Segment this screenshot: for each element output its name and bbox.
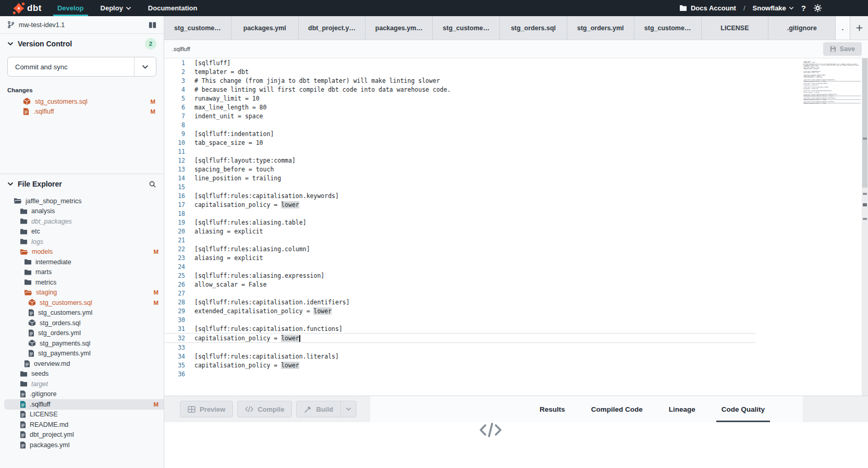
version-control-header[interactable]: Version Control 2 <box>0 34 164 54</box>
bottom-tab-results[interactable]: Results <box>534 396 570 422</box>
file-tree-item-metrics[interactable]: metrics <box>0 277 164 288</box>
code-line[interactable]: 22[sqlfluff:rules:aliasing.column] <box>164 244 803 253</box>
help-icon[interactable]: ? <box>801 4 806 13</box>
code-line[interactable]: 28[sqlfluff:rules:capitalisation.identif… <box>164 298 803 306</box>
file-tree-item-packages-yml[interactable]: packages.yml <box>0 440 164 450</box>
minimap[interactable]: [sqlfluff]templater = dbt# This change (… <box>803 61 861 105</box>
bottom-tab-code-quality[interactable]: Code Quality <box>716 396 770 422</box>
git-branch-row[interactable]: mw-test-idev1.1 <box>0 16 164 34</box>
build-button[interactable]: Build <box>296 401 357 417</box>
file-explorer-header[interactable]: File Explorer <box>0 174 164 194</box>
code-line[interactable]: 19[sqlfluff:rules:aliasing.table] <box>164 218 803 227</box>
code-line[interactable]: 10tab_space_size = 10 <box>164 138 803 147</box>
connection-menu[interactable]: Snowflake <box>753 4 794 12</box>
nav-item-documentation[interactable]: Documentation <box>140 0 206 16</box>
file-tree-item-logs[interactable]: logs <box>0 237 164 247</box>
editor-tab[interactable]: LICENSE <box>702 16 769 40</box>
code-line[interactable]: 13spacing_before = touch <box>164 165 803 174</box>
code-line[interactable]: 11 <box>164 147 803 156</box>
code-line[interactable]: 36 <box>164 370 803 378</box>
code-line[interactable]: 4# because linting will first compile db… <box>164 85 803 94</box>
file-tree-item-seeds[interactable]: seeds <box>0 369 164 379</box>
file-tree-item-analysis[interactable]: analysis <box>0 206 164 217</box>
search-icon[interactable] <box>149 180 156 188</box>
code-line[interactable]: 14line_position = trailing <box>164 174 803 182</box>
bottom-tab-lineage[interactable]: Lineage <box>664 396 701 422</box>
file-tree-item--sqlfluff[interactable]: .sqlfluffM <box>4 399 164 410</box>
file-tree-item-overview-md[interactable]: overview.md <box>0 359 164 369</box>
code-editor[interactable]: 1[sqlfluff]2templater = dbt3# This chang… <box>164 58 868 396</box>
code-line[interactable]: 23aliasing = explicit <box>164 253 803 262</box>
compile-button[interactable]: Compile <box>237 401 292 417</box>
code-line[interactable]: 8 <box>164 120 803 129</box>
code-line[interactable]: 12[sqlfluff:layout:type:comma] <box>164 156 803 165</box>
file-tree-item-intermediate[interactable]: intermediate <box>0 257 164 267</box>
code-line[interactable]: 30 <box>164 315 803 324</box>
new-tab-button[interactable] <box>850 16 868 40</box>
code-line[interactable]: 9[sqlfluff:indentation] <box>164 129 803 138</box>
file-tree-item-target[interactable]: target <box>0 379 164 389</box>
code-line[interactable]: 20aliasing = explicit <box>164 227 803 236</box>
file-tree-item-marts[interactable]: marts <box>0 267 164 278</box>
file-tree-item-stg-customers-yml[interactable]: stg_customers.yml <box>0 308 164 318</box>
file-tree-item-etc[interactable]: etc <box>0 227 164 237</box>
code-line[interactable]: 27 <box>164 289 803 298</box>
gear-icon[interactable] <box>813 4 822 13</box>
account-menu[interactable]: Docs Account <box>679 4 736 12</box>
code-line[interactable]: 25[sqlfluff:rules:aliasing.expression] <box>164 271 803 280</box>
editor-tab[interactable]: .gitignore <box>768 16 836 40</box>
code-line[interactable]: 33 <box>164 343 803 352</box>
commit-and-sync-button[interactable]: Commit and sync <box>7 57 156 77</box>
scrollbar-thumb[interactable] <box>862 58 867 188</box>
changed-file-row[interactable]: stg_customers.sqlM <box>0 96 164 106</box>
editor-tab[interactable]: stg_custome… <box>433 16 500 40</box>
file-tree-item-stg-customers-sql[interactable]: stg_customers.sqlM <box>0 298 164 308</box>
code-line[interactable]: 3# This change (from jinja to dbt templa… <box>164 76 803 85</box>
editor-tab[interactable]: stg_orders.sql <box>500 16 567 40</box>
code-line[interactable]: 18 <box>164 209 803 218</box>
preview-button[interactable]: Preview <box>180 401 233 417</box>
nav-item-develop[interactable]: Develop <box>49 0 92 16</box>
editor-tab[interactable]: packages.ym… <box>365 16 433 40</box>
file-tree-item-readme-md[interactable]: README.md <box>0 420 164 430</box>
code-line[interactable]: 26allow_scalar = False <box>164 280 803 289</box>
nav-item-deploy[interactable]: Deploy <box>92 0 140 16</box>
file-tree-item-staging[interactable]: stagingM <box>0 288 164 298</box>
bottom-tab-compiled-code[interactable]: Compiled Code <box>586 396 648 422</box>
editor-tab[interactable]: packages.yml <box>231 16 299 40</box>
file-tree-item-dbt-packages[interactable]: dbt_packages <box>0 216 164 227</box>
code-line[interactable]: 15 <box>164 182 803 191</box>
code-line[interactable]: 6max_line_length = 80 <box>164 103 803 112</box>
editor-tab-overflow[interactable]: . <box>836 16 850 40</box>
code-line[interactable]: 34[sqlfluff:rules:capitalisation.literal… <box>164 352 803 361</box>
code-line[interactable]: 16[sqlfluff:rules:capitalisation.keyword… <box>164 191 803 200</box>
editor-scrollbar[interactable] <box>862 58 868 396</box>
save-button[interactable]: Save <box>823 42 862 56</box>
code-line[interactable]: 17capitalisation_policy = lower <box>164 200 803 209</box>
file-tree-item-stg-payments-yml[interactable]: stg_payments.yml <box>0 349 164 359</box>
code-line[interactable]: 7indent_unit = space <box>164 112 803 120</box>
code-line[interactable]: 32capitalisation_policy = lower <box>164 333 756 343</box>
editor-tab[interactable]: stg_custome… <box>164 16 231 40</box>
columns-icon[interactable] <box>149 21 156 29</box>
editor-tab[interactable]: stg_orders.yml <box>567 16 634 40</box>
file-tree-item-license[interactable]: LICENSE <box>0 410 164 420</box>
editor-tab[interactable]: dbt_project.y… <box>299 16 366 40</box>
code-line[interactable]: 35capitalisation_policy = lower <box>164 361 803 370</box>
commit-options-caret[interactable] <box>134 57 156 76</box>
code-line[interactable]: 21 <box>164 236 803 244</box>
code-line[interactable]: 2templater = dbt <box>164 67 803 76</box>
file-tree-item-dbt-project-yml[interactable]: dbt_project.yml <box>0 430 164 440</box>
file-tree-item-stg-orders-yml[interactable]: stg_orders.yml <box>0 328 164 339</box>
code-line[interactable]: 24 <box>164 262 803 271</box>
changed-file-row[interactable]: .sqlfluffM <box>0 106 164 116</box>
dbt-logo[interactable]: dbt <box>0 2 49 15</box>
code-line[interactable]: 5runaway_limit = 10 <box>164 94 803 103</box>
code-line[interactable]: 29extended_capitalisation_policy = lower <box>164 306 803 315</box>
code-line[interactable]: 1[sqlfluff] <box>164 58 803 67</box>
file-tree-item-models[interactable]: modelsM <box>0 247 164 257</box>
file-tree-item-jaffle-shop-metrics[interactable]: jaffle_shop_metrics <box>0 196 164 206</box>
file-tree-item--gitignore[interactable]: .gitignore <box>0 389 164 400</box>
file-tree-item-stg-payments-sql[interactable]: stg_payments.sql <box>0 338 164 349</box>
editor-tab[interactable]: stg_custome… <box>634 16 702 40</box>
